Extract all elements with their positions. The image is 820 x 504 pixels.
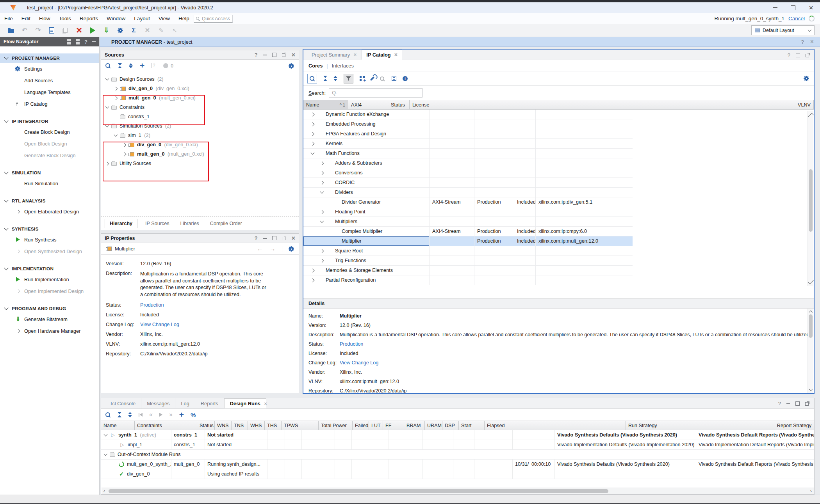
collapse-all-icon[interactable] (118, 412, 121, 417)
column-header-cell[interactable]: FF (383, 421, 404, 430)
flow-navigator-item[interactable]: RTL ANALYSIS (0, 196, 99, 206)
flow-navigator-item[interactable]: Generate Bitstream (0, 313, 99, 325)
add-sources-icon[interactable] (140, 62, 144, 69)
next-ip-icon[interactable] (269, 245, 276, 252)
flow-navigator-item[interactable]: Create Block Design (0, 126, 99, 138)
column-header-cell[interactable]: URAM (425, 421, 442, 430)
column-header-cell[interactable]: BRAM (404, 421, 425, 430)
scroll-down-icon[interactable] (809, 387, 813, 391)
info-icon[interactable] (403, 76, 408, 81)
ip-properties-header[interactable]: IP Properties (101, 234, 299, 243)
menu-item[interactable]: Window (102, 14, 130, 23)
settings-gear-icon[interactable] (289, 246, 294, 252)
messages-badge-icon[interactable] (163, 63, 168, 68)
expander-icon[interactable] (114, 87, 118, 91)
expander-icon[interactable] (311, 142, 315, 146)
column-header-cell[interactable]: License (410, 100, 795, 109)
sources-panel-header[interactable]: Sources (101, 50, 299, 60)
catalog-tree-row[interactable]: Complex Multiplier AXI4-Stream Productio… (303, 227, 633, 236)
help-doc-icon[interactable] (152, 63, 156, 68)
design-run-row[interactable]: Out-of-Context Module Runs (101, 450, 814, 460)
prev-run-icon[interactable] (149, 411, 153, 418)
expander-icon[interactable] (123, 152, 127, 156)
close-icon[interactable] (810, 39, 814, 45)
catalog-tree-row[interactable]: Math Functions (303, 149, 633, 158)
expand-all-icon[interactable] (333, 76, 337, 81)
column-header-cell[interactable]: WHS (248, 421, 265, 430)
window-maximize-icon[interactable] (784, 2, 802, 13)
console-tab[interactable]: Log (175, 398, 195, 408)
quick-access-input[interactable]: Quick Access (194, 15, 233, 23)
expander-icon[interactable] (320, 181, 324, 185)
expand-all-icon[interactable] (76, 39, 80, 44)
expand-all-icon[interactable] (129, 63, 133, 69)
sources-view-tab[interactable]: IP Sources (145, 221, 169, 226)
expander-icon[interactable] (104, 433, 108, 437)
scroll-up-icon[interactable] (809, 311, 813, 314)
float-icon[interactable] (806, 53, 810, 57)
subtab-cores[interactable]: Cores (308, 63, 323, 69)
close-icon[interactable] (292, 235, 295, 241)
next-run-icon[interactable] (169, 411, 173, 418)
column-header-cell[interactable]: LUT (369, 421, 383, 430)
column-header-cell[interactable]: TNS (232, 421, 248, 430)
details-header[interactable]: Details (303, 298, 814, 309)
sources-tree-item[interactable]: constrs_1 (101, 112, 299, 121)
scroll-left-icon[interactable]: ‹ (102, 488, 107, 494)
sources-tree-item[interactable]: mult_gen_0 (mult_gen_0.xci) (101, 149, 299, 159)
add-repository-icon[interactable] (360, 76, 365, 82)
expander-icon[interactable] (311, 151, 315, 155)
help-icon[interactable] (255, 235, 258, 241)
collapse-all-icon[interactable] (323, 76, 327, 81)
sources-tree-item[interactable]: div_gen_0 (div_gen_0.xci) (101, 84, 299, 93)
column-header-cell[interactable]: THS (265, 421, 282, 430)
sources-tree-item[interactable]: Simulation Sources (2) (101, 121, 299, 131)
close-icon[interactable] (292, 52, 295, 58)
column-header-cell[interactable]: Status (388, 100, 410, 109)
column-header-cell[interactable]: Failed Routes (353, 421, 369, 430)
sources-tree-item[interactable]: Design Sources (2) (101, 75, 299, 84)
window-minimize-icon[interactable] (766, 2, 784, 13)
flow-navigator-item[interactable]: IMPLEMENTATION (0, 264, 99, 273)
column-header-cell[interactable]: Name ^ 1 (303, 100, 348, 109)
menu-item[interactable]: Help (174, 14, 194, 23)
help-icon[interactable] (788, 52, 790, 58)
expander-icon[interactable] (105, 105, 109, 109)
catalog-tree-row[interactable]: Conversions (303, 168, 633, 178)
flow-navigator-item[interactable]: Run Simulation (0, 177, 99, 189)
maximize-icon[interactable] (272, 53, 276, 57)
search-icon[interactable] (105, 412, 111, 418)
document-tab[interactable]: IP Catalog (362, 50, 402, 60)
subtab-interfaces[interactable]: Interfaces (332, 63, 354, 69)
column-header-cell[interactable]: Status (197, 421, 215, 430)
catalog-tree-row[interactable]: Memories & Storage Elements (303, 266, 633, 275)
expander-icon[interactable] (320, 171, 324, 175)
percent-icon[interactable] (191, 412, 196, 418)
menu-item[interactable]: View (154, 14, 174, 23)
column-header-cell[interactable]: Start (459, 421, 485, 430)
menu-item[interactable]: Reports (75, 14, 102, 23)
flow-navigator-item[interactable]: PROGRAM AND DEBUG (0, 304, 99, 313)
catalog-tree-row[interactable]: Partial Reconfiguration (303, 275, 633, 285)
menu-item[interactable]: Tools (55, 14, 76, 23)
catalog-tree-row[interactable]: CORDIC (303, 178, 633, 188)
flow-navigator-item[interactable]: SIMULATION (0, 168, 99, 177)
menu-item[interactable]: Flow (35, 14, 55, 23)
scrollbar-thumb[interactable] (109, 489, 608, 493)
design-run-row[interactable]: impl_1 constrs_1 Not started Vivado Impl… (101, 440, 814, 450)
design-run-row[interactable]: div_gen_0 Using cached IP results (101, 469, 814, 479)
column-header-cell[interactable]: TPWS (282, 421, 319, 430)
column-header-cell[interactable]: AXI4 (348, 100, 388, 109)
window-close-icon[interactable] (802, 2, 820, 13)
expander-icon[interactable] (320, 259, 324, 263)
flow-navigator-item[interactable]: IP Catalog (0, 98, 99, 110)
sources-tree-item[interactable]: Constraints (101, 103, 299, 112)
column-header-cell[interactable]: Total Power (319, 421, 353, 430)
expander-icon[interactable] (105, 77, 109, 81)
expander-icon[interactable] (311, 268, 315, 272)
column-header-cell[interactable]: Elapsed (485, 421, 626, 430)
close-tab-icon[interactable] (264, 401, 267, 406)
generate-ip-icon[interactable] (392, 76, 396, 81)
expander-icon[interactable] (104, 452, 108, 456)
layout-selector[interactable]: Default Layout (751, 25, 815, 35)
